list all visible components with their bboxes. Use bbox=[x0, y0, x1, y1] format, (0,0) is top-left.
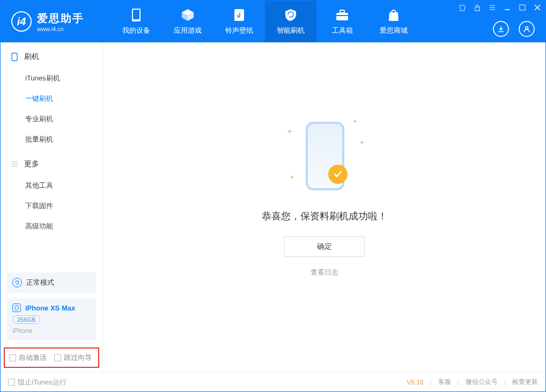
statusbar: 阻止iTunes运行 V8.16 | 客服 | 微信公众号 | 检查更新 bbox=[1, 372, 545, 391]
sidebar-item-other-tools[interactable]: 其他工具 bbox=[1, 175, 102, 196]
customer-service-link[interactable]: 客服 bbox=[438, 378, 451, 387]
device-mode-status[interactable]: 正常模式 bbox=[7, 272, 96, 293]
list-icon bbox=[10, 160, 19, 168]
svg-rect-22 bbox=[15, 306, 18, 310]
sparkle-icon: ✦ bbox=[353, 119, 357, 124]
phone-outline-icon bbox=[10, 53, 19, 61]
maximize-button[interactable] bbox=[518, 3, 527, 12]
tab-store[interactable]: 爱思商城 bbox=[368, 1, 419, 42]
svg-rect-7 bbox=[340, 10, 344, 13]
app-url: www.i4.cn bbox=[37, 26, 84, 32]
svg-rect-18 bbox=[12, 53, 17, 61]
wechat-link[interactable]: 微信公众号 bbox=[466, 378, 498, 387]
sidebar-item-download-firmware[interactable]: 下载固件 bbox=[1, 196, 102, 216]
device-icon bbox=[12, 304, 21, 312]
success-illustration: ✦ ✦ ✦ ✦ bbox=[279, 116, 370, 197]
sidebar-item-onekey-flash[interactable]: 一键刷机 bbox=[1, 88, 102, 109]
checkbox-block-itunes[interactable]: 阻止iTunes运行 bbox=[8, 378, 67, 387]
connected-device-card[interactable]: iPhone XS Max 256GB iPhone bbox=[7, 298, 96, 340]
tab-apps[interactable]: 应用游戏 bbox=[162, 1, 213, 42]
sparkle-icon: ✦ bbox=[286, 127, 293, 136]
svg-rect-8 bbox=[336, 15, 348, 16]
check-update-link[interactable]: 检查更新 bbox=[512, 378, 538, 387]
tab-smart-flash[interactable]: 智能刷机 bbox=[265, 1, 316, 42]
bag-icon bbox=[386, 8, 402, 23]
sidebar: 刷机 iTunes刷机 一键刷机 专业刷机 批量刷机 更多 其他工具 下载固件 … bbox=[1, 42, 102, 372]
refresh-shield-icon bbox=[283, 8, 299, 23]
app-title: 爱思助手 bbox=[37, 11, 84, 26]
close-button[interactable] bbox=[533, 3, 542, 12]
device-name: iPhone XS Max bbox=[25, 304, 75, 312]
sidebar-item-pro-flash[interactable]: 专业刷机 bbox=[1, 109, 102, 129]
device-type: iPhone bbox=[12, 327, 91, 335]
phone-icon bbox=[128, 8, 144, 23]
svg-rect-1 bbox=[133, 10, 139, 19]
user-icon[interactable] bbox=[519, 21, 535, 37]
tab-toolbox[interactable]: 工具箱 bbox=[316, 1, 368, 42]
music-file-icon bbox=[231, 8, 247, 23]
sidebar-section-flash: 刷机 bbox=[1, 42, 102, 68]
shirt-icon[interactable] bbox=[458, 3, 467, 12]
sidebar-item-batch-flash[interactable]: 批量刷机 bbox=[1, 129, 102, 150]
tab-my-device[interactable]: 我的设备 bbox=[110, 1, 162, 42]
main-tabs: 我的设备 应用游戏 铃声壁纸 智能刷机 工具箱 爱思商城 bbox=[110, 1, 419, 42]
version-label: V8.16 bbox=[407, 379, 423, 386]
menu-icon[interactable] bbox=[488, 3, 497, 12]
highlighted-options-box: 自动激活 跳过向导 bbox=[4, 347, 99, 368]
checkbox-auto-activate[interactable]: 自动激活 bbox=[9, 353, 47, 363]
device-storage-badge: 256GB bbox=[12, 315, 40, 324]
sync-icon bbox=[12, 278, 22, 287]
success-message: 恭喜您，保资料刷机成功啦！ bbox=[262, 210, 387, 223]
main-content: ✦ ✦ ✦ ✦ 恭喜您，保资料刷机成功啦！ 确定 查看日志 bbox=[102, 42, 545, 372]
svg-rect-14 bbox=[520, 5, 525, 10]
cube-icon bbox=[180, 8, 196, 23]
svg-rect-9 bbox=[475, 7, 479, 11]
sparkle-icon: ✦ bbox=[359, 139, 365, 146]
svg-rect-6 bbox=[336, 13, 348, 20]
lock-icon[interactable] bbox=[473, 3, 482, 12]
sidebar-section-more: 更多 bbox=[1, 150, 102, 175]
sidebar-item-itunes-flash[interactable]: iTunes刷机 bbox=[1, 68, 102, 88]
check-circle-icon bbox=[328, 165, 348, 184]
svg-point-17 bbox=[526, 27, 528, 29]
sidebar-item-advanced[interactable]: 高级功能 bbox=[1, 216, 102, 236]
checkbox-skip-wizard[interactable]: 跳过向导 bbox=[54, 353, 92, 363]
sparkle-icon: ✦ bbox=[290, 174, 294, 180]
minimize-button[interactable] bbox=[503, 3, 512, 12]
view-log-link[interactable]: 查看日志 bbox=[311, 268, 338, 277]
tab-ringtone[interactable]: 铃声壁纸 bbox=[213, 1, 265, 42]
ok-button[interactable]: 确定 bbox=[284, 236, 365, 257]
svg-rect-5 bbox=[234, 9, 244, 21]
app-logo: i4 爱思助手 www.i4.cn bbox=[1, 11, 110, 32]
logo-icon: i4 bbox=[11, 11, 32, 32]
titlebar: i4 爱思助手 www.i4.cn 我的设备 应用游戏 铃声壁纸 智能刷机 bbox=[1, 1, 545, 42]
toolbox-icon bbox=[334, 8, 350, 23]
download-icon[interactable] bbox=[493, 21, 509, 37]
